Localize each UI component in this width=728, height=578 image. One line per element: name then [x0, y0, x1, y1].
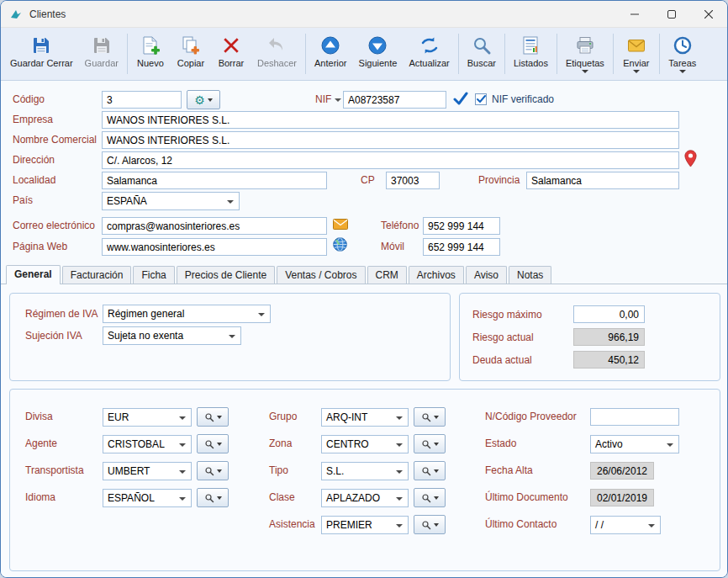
- clasificacion-groupbox: Divisa EUR Agente CRISTOBAL Transportist…: [9, 389, 720, 571]
- empresa-label: Empresa: [13, 114, 53, 125]
- idioma-select[interactable]: ESPAÑOL: [103, 489, 192, 507]
- copy-icon: [179, 34, 203, 56]
- agente-label: Agente: [25, 437, 57, 449]
- anterior-button[interactable]: Anterior: [309, 30, 353, 77]
- gear-icon: ⚙: [194, 94, 205, 106]
- search-icon: [204, 466, 214, 476]
- buscar-label: Buscar: [467, 58, 496, 68]
- chevron-down-icon: [396, 497, 403, 501]
- clase-select[interactable]: APLAZADO: [321, 489, 409, 507]
- chevron-down-icon: [179, 443, 186, 447]
- tab-ventas-cobros[interactable]: Ventas / Cobros: [277, 266, 365, 284]
- web-input[interactable]: [102, 238, 327, 256]
- codigo-proveedor-input[interactable]: [590, 408, 679, 426]
- nif-label[interactable]: NIF: [315, 93, 341, 105]
- tipo-search-button[interactable]: [414, 461, 446, 480]
- codigo-input[interactable]: [102, 91, 182, 109]
- divisa-search-button[interactable]: [197, 407, 229, 427]
- printer-icon: [573, 34, 597, 56]
- asistencia-select[interactable]: PREMIER: [321, 516, 409, 534]
- tab-facturacion[interactable]: Facturación: [62, 266, 132, 284]
- map-pin-icon[interactable]: [684, 150, 697, 167]
- chevron-down-icon: [396, 443, 403, 447]
- ultimo-contacto-select[interactable]: / /: [590, 516, 661, 534]
- agente-value: CRISTOBAL: [108, 438, 165, 450]
- borrar-button[interactable]: Borrar: [211, 30, 251, 77]
- chevron-down-icon: [679, 70, 686, 73]
- movil-input[interactable]: [423, 238, 500, 256]
- minimize-button[interactable]: [616, 1, 653, 27]
- codigo-options-button[interactable]: ⚙: [187, 90, 220, 109]
- clientes-window: Clientes Guardar Cerrar Guardar: [0, 0, 728, 578]
- correo-input[interactable]: [102, 217, 327, 235]
- email-icon[interactable]: [333, 219, 348, 230]
- deshacer-label: Deshacer: [257, 58, 297, 68]
- buscar-button[interactable]: Buscar: [462, 30, 502, 77]
- copiar-button[interactable]: Copiar: [171, 30, 211, 77]
- telefono-input[interactable]: [423, 217, 500, 235]
- nif-verificado-checkbox[interactable]: [475, 93, 487, 105]
- clase-search-button[interactable]: [414, 488, 446, 507]
- asistencia-value: PREMIER: [326, 519, 372, 531]
- telefono-label: Teléfono: [381, 220, 419, 231]
- riesgo-maximo-field[interactable]: 0,00: [573, 305, 645, 323]
- tab-precios-de-cliente[interactable]: Precios de Cliente: [177, 266, 275, 284]
- agente-search-button[interactable]: [197, 434, 229, 453]
- minimize-icon: [630, 10, 639, 19]
- zona-search-button[interactable]: [414, 434, 446, 453]
- idioma-search-button[interactable]: [197, 488, 229, 507]
- siguiente-label: Siguiente: [359, 58, 398, 68]
- grupo-search-button[interactable]: [414, 407, 446, 427]
- riesgo-maximo-label: Riesgo máximo: [472, 309, 542, 321]
- tab-notas[interactable]: Notas: [509, 266, 551, 284]
- cp-input[interactable]: [386, 172, 440, 189]
- tab-crm[interactable]: CRM: [367, 266, 407, 284]
- tipo-select[interactable]: S.L.: [321, 462, 409, 480]
- tab-general[interactable]: General: [6, 265, 61, 284]
- nombre-comercial-input[interactable]: [102, 131, 679, 149]
- guardar-label: Guardar: [85, 58, 119, 68]
- pais-label: País: [13, 194, 33, 206]
- nuevo-button[interactable]: Nuevo: [130, 30, 171, 77]
- pais-select[interactable]: ESPAÑA: [102, 192, 240, 210]
- tab-ficha[interactable]: Ficha: [133, 266, 174, 284]
- maximize-button[interactable]: [653, 1, 690, 27]
- sujecion-iva-value: Sujeta no exenta: [108, 330, 183, 342]
- save-close-icon: [29, 34, 53, 56]
- siguiente-button[interactable]: Siguiente: [353, 30, 404, 77]
- globe-icon[interactable]: [333, 237, 347, 252]
- enviar-label: Enviar: [623, 58, 649, 68]
- zona-select[interactable]: CENTRO: [321, 435, 409, 453]
- grupo-select[interactable]: ARQ-INT: [321, 408, 409, 427]
- direccion-input[interactable]: [102, 151, 679, 169]
- search-icon: [421, 493, 431, 503]
- guardar-cerrar-button[interactable]: Guardar Cerrar: [4, 30, 79, 77]
- tareas-button[interactable]: Tareas: [662, 30, 703, 77]
- etiquetas-button[interactable]: Etiquetas: [560, 30, 610, 77]
- nif-input[interactable]: [343, 91, 446, 109]
- localidad-input[interactable]: [102, 172, 327, 189]
- empresa-input[interactable]: [102, 111, 679, 129]
- actualizar-button[interactable]: Actualizar: [403, 30, 455, 77]
- next-icon: [366, 34, 389, 56]
- chevron-down-icon: [217, 469, 222, 473]
- divisa-select[interactable]: EUR: [103, 408, 192, 427]
- agente-select[interactable]: CRISTOBAL: [103, 435, 192, 453]
- listados-button[interactable]: Listados: [508, 30, 554, 77]
- asistencia-search-button[interactable]: [414, 515, 446, 534]
- transportista-search-button[interactable]: [197, 461, 229, 480]
- tab-aviso[interactable]: Aviso: [466, 266, 507, 284]
- ultimo-documento-field: 02/01/2019: [590, 489, 654, 506]
- enviar-button[interactable]: Enviar: [616, 30, 657, 77]
- estado-select[interactable]: Activo: [590, 435, 679, 453]
- tab-archivos[interactable]: Archivos: [409, 266, 464, 284]
- zona-label: Zona: [269, 437, 292, 449]
- sujecion-iva-select[interactable]: Sujeta no exenta: [103, 326, 241, 345]
- regimen-iva-select[interactable]: Régimen general: [103, 305, 271, 323]
- provincia-input[interactable]: [526, 172, 679, 189]
- direccion-label: Dirección: [13, 154, 55, 166]
- client-form: Código ⚙ NIF NIF verificado Empresa Nomb…: [1, 81, 727, 264]
- grupo-value: ARQ-INT: [326, 411, 367, 423]
- transportista-select[interactable]: UMBERT: [103, 462, 192, 480]
- close-button[interactable]: [690, 1, 727, 27]
